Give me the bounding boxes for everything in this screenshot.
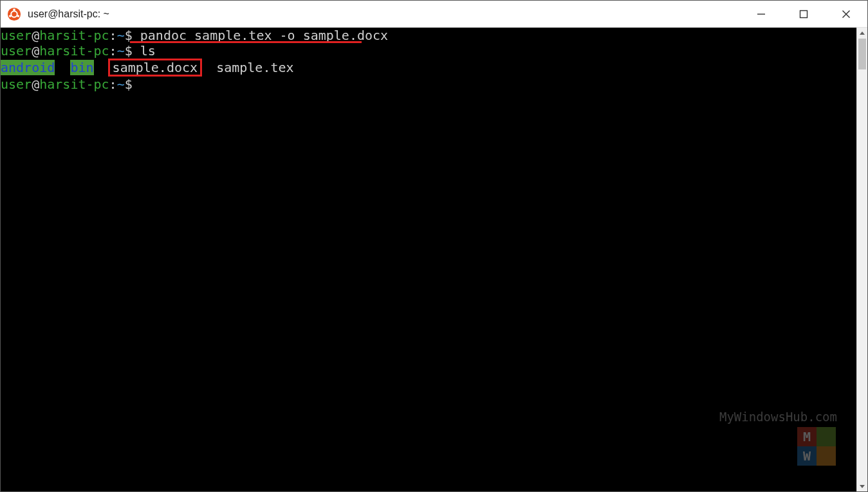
annotation-underline <box>130 41 362 43</box>
prompt-host: harsit-pc <box>39 28 109 43</box>
watermark-text: MyWindowsHub.com <box>719 409 837 424</box>
ls-directory: android <box>1 60 55 75</box>
window-title: user@harsit-pc: ~ <box>28 8 109 20</box>
client-area: user@harsit-pc:~$ pandoc sample.tex -o s… <box>1 28 867 491</box>
terminal-window: user@harsit-pc: ~ user@harsit-pc:~$ pand… <box>0 0 868 492</box>
terminal-line: user@harsit-pc:~$ <box>1 77 856 92</box>
terminal-line: android bin sample.docx sample.tex <box>1 59 856 77</box>
maximize-button[interactable] <box>782 1 825 27</box>
annotation-box: sample.docx <box>108 59 202 77</box>
svg-point-3 <box>9 15 12 17</box>
svg-point-4 <box>17 15 19 17</box>
ls-directory: bin <box>70 60 93 75</box>
ls-file: sample.tex <box>216 60 293 75</box>
minimize-button[interactable] <box>740 1 782 27</box>
scroll-down-button[interactable] <box>857 480 867 491</box>
command-text: ls <box>140 43 156 59</box>
svg-rect-6 <box>800 10 808 17</box>
watermark-tile <box>817 427 836 446</box>
title-bar[interactable]: user@harsit-pc: ~ <box>1 1 867 28</box>
prompt-cwd: ~ <box>117 28 125 43</box>
terminal-output[interactable]: user@harsit-pc:~$ pandoc sample.tex -o s… <box>1 28 856 491</box>
close-button[interactable] <box>825 1 867 27</box>
terminal-line: user@harsit-pc:~$ ls <box>1 43 856 59</box>
terminal-line: user@harsit-pc:~$ pandoc sample.tex -o s… <box>1 28 856 43</box>
watermark-tile: M <box>797 427 817 446</box>
prompt-user: user <box>1 28 32 43</box>
ubuntu-icon <box>7 7 21 21</box>
watermark-tile <box>817 446 836 466</box>
watermark-tile: W <box>797 446 817 466</box>
svg-point-2 <box>13 8 15 11</box>
watermark-logo: MyWindowsHub.com M W <box>719 409 837 466</box>
vertical-scrollbar[interactable] <box>856 28 867 491</box>
scroll-thumb[interactable] <box>858 39 866 69</box>
window-controls <box>740 1 867 27</box>
scroll-up-button[interactable] <box>857 28 867 39</box>
